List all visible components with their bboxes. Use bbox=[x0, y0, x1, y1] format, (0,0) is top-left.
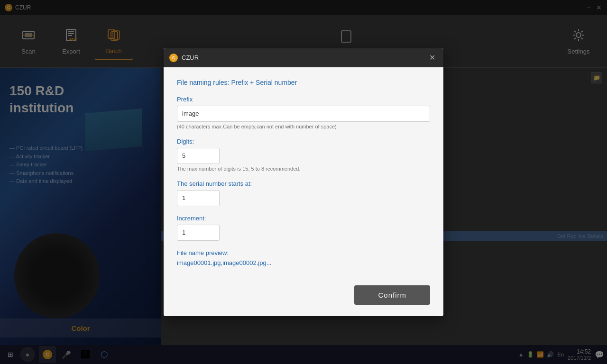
prefix-hint: (40 characters max.Can be empty,can not … bbox=[177, 124, 430, 129]
prefix-group: Prefix (40 characters max.Can be empty,c… bbox=[177, 96, 430, 129]
file-preview-value: image00001.jpg,image00002.jpg... bbox=[177, 259, 430, 266]
digits-group: Digits: The max number of digits is 15, … bbox=[177, 138, 430, 172]
digits-label: Digits: bbox=[177, 138, 430, 145]
increment-input[interactable] bbox=[177, 225, 220, 241]
modal-body: File naming rules: Prefix + Serial numbe… bbox=[164, 67, 443, 278]
modal-titlebar-left: C CZUR bbox=[169, 54, 199, 62]
modal-logo: C bbox=[169, 54, 178, 62]
modal-close-button[interactable]: ✕ bbox=[426, 52, 438, 64]
serial-input[interactable] bbox=[177, 190, 220, 206]
prefix-input[interactable] bbox=[177, 106, 430, 122]
preview-section: File name preview: image00001.jpg,image0… bbox=[177, 249, 430, 266]
modal-overlay: C CZUR ✕ File naming rules: Prefix + Ser… bbox=[0, 0, 607, 364]
modal-title: CZUR bbox=[182, 54, 199, 61]
increment-group: Increment: bbox=[177, 215, 430, 241]
file-preview-label: File name preview: bbox=[177, 249, 430, 256]
prefix-label: Prefix bbox=[177, 96, 430, 103]
modal-footer: Confirm bbox=[164, 278, 443, 316]
confirm-button[interactable]: Confirm bbox=[354, 285, 430, 305]
serial-label: The serial number starts at: bbox=[177, 180, 430, 187]
modal-dialog: C CZUR ✕ File naming rules: Prefix + Ser… bbox=[164, 48, 443, 316]
digits-hint: The max number of digits is 15, 5 to 8 r… bbox=[177, 166, 430, 172]
digits-input[interactable] bbox=[177, 148, 220, 164]
modal-titlebar: C CZUR ✕ bbox=[164, 48, 443, 67]
increment-label: Increment: bbox=[177, 215, 430, 222]
serial-group: The serial number starts at: bbox=[177, 180, 430, 206]
rule-title: File naming rules: Prefix + Serial numbe… bbox=[177, 79, 430, 86]
